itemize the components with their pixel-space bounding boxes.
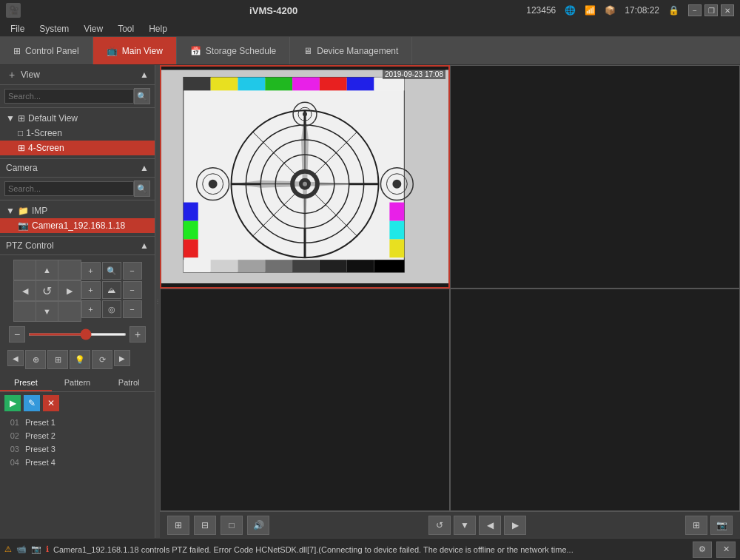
svg-point-31 — [392, 180, 401, 189]
ptz-focus-icon: ⛰ — [102, 281, 121, 299]
vc-stop-button[interactable]: □ — [221, 516, 243, 535]
speed-min-button[interactable]: − — [9, 326, 25, 343]
ptz-func-expand[interactable]: ⊞ — [47, 350, 68, 369]
vc-capture-button[interactable]: 📷 — [710, 516, 733, 535]
preset-item-2[interactable]: 02 Preset 2 — [0, 429, 155, 442]
ptz-nav-next[interactable]: ▶ — [114, 350, 130, 366]
preset-item-3[interactable]: 03 Preset 3 — [0, 442, 155, 456]
camera-header-left: Camera — [6, 163, 38, 173]
tab-preset[interactable]: Preset — [0, 375, 52, 391]
preset-delete-button[interactable]: ✕ — [43, 395, 59, 411]
menu-tool[interactable]: Tool — [110, 22, 141, 36]
vc-fullscreen-button[interactable]: ⊞ — [685, 516, 707, 535]
vc-refresh-button[interactable]: ↺ — [428, 516, 451, 535]
preset-item-1[interactable]: 01 Preset 1 — [0, 416, 155, 429]
menu-help[interactable]: Help — [141, 22, 175, 36]
preset-play-button[interactable]: ▶ — [4, 395, 21, 411]
camera-tree: ▼ 📁 IMP 📷 Camera1_192.168.1.18 — [0, 200, 155, 236]
default-view-label: Default View — [28, 113, 78, 124]
ptz-func-wiper[interactable]: ⟳ — [92, 350, 112, 369]
ptz-nav-prev[interactable]: ◀ — [7, 350, 24, 366]
ptz-upleft[interactable] — [13, 260, 37, 280]
speed-max-button[interactable]: + — [130, 326, 146, 343]
vc-refresh-dropdown[interactable]: ▼ — [454, 516, 476, 535]
camera-section-label: Camera — [6, 163, 38, 173]
tab-device-management[interactable]: 🖥 Device Management — [290, 37, 412, 64]
ptz-section-header[interactable]: PTZ Control ▲ — [0, 237, 155, 255]
ptz-up[interactable]: ▲ — [36, 260, 59, 280]
default-view-icon: ⊞ — [18, 113, 25, 124]
tree-item-4screen[interactable]: ⊞ 4-Screen — [0, 141, 155, 155]
menu-system[interactable]: System — [32, 22, 76, 36]
tab-pattern[interactable]: Pattern — [52, 375, 104, 391]
minimize-button[interactable]: − — [688, 4, 702, 16]
restore-button[interactable]: ❐ — [704, 4, 718, 16]
ptz-iris-in-btn[interactable]: + — [81, 300, 101, 318]
ptz-controls: ▲ ◀ ↺ ▶ ▼ + 🔍 − — [0, 255, 155, 375]
rar-icon: 📦 — [605, 5, 616, 16]
ptz-downleft[interactable] — [13, 301, 37, 322]
menu-view[interactable]: View — [76, 22, 110, 36]
svg-rect-42 — [374, 260, 405, 272]
view-search-input[interactable] — [4, 89, 134, 104]
view-section-header[interactable]: + View ▲ — [0, 65, 155, 85]
speed-slider[interactable] — [28, 333, 127, 336]
menu-file[interactable]: File — [3, 22, 32, 36]
preset-item-4[interactable]: 04 Preset 4 — [0, 456, 155, 469]
ptz-zoom-icon: 🔍 — [102, 262, 121, 280]
svg-rect-3 — [211, 77, 238, 90]
camera-section-header[interactable]: Camera ▲ — [0, 159, 155, 178]
ptz-focus-in-btn[interactable]: + — [81, 281, 101, 299]
status-settings-button[interactable]: ⚙ — [693, 542, 712, 558]
view-add-button[interactable]: + — [6, 69, 18, 81]
status-icon3: 📷 — [31, 544, 41, 554]
status-icon4: ℹ — [46, 544, 49, 554]
tab-control-panel[interactable]: ⊞ Control Panel — [0, 37, 93, 64]
tab-main-view[interactable]: 📺 Main View — [93, 37, 177, 64]
expand-icon-imp: ▼ — [6, 206, 15, 216]
camera-search-input[interactable] — [4, 181, 134, 196]
ptz-zoom-in-btn[interactable]: + — [81, 262, 101, 280]
video-cell-topleft[interactable]: 2019-09-23 17:08 — [160, 65, 450, 289]
video-image-topleft: 2019-09-23 17:08 — [161, 67, 448, 287]
video-cell-bottomleft[interactable] — [160, 289, 450, 512]
lock-icon: 🔒 — [668, 5, 679, 16]
ptz-func-crosshair[interactable]: ⊕ — [25, 350, 46, 369]
tree-item-1screen[interactable]: □ 1-Screen — [0, 126, 155, 141]
view-search-button[interactable]: 🔍 — [134, 88, 150, 104]
left-panel: + View ▲ 🔍 ▼ ⊞ Default View □ 1-Screen ⊞… — [0, 65, 155, 538]
vc-audio-button[interactable]: 🔊 — [247, 516, 269, 535]
status-close-button[interactable]: ✕ — [716, 542, 736, 558]
ptz-center[interactable]: ↺ — [36, 280, 59, 301]
vc-grid-button[interactable]: ⊞ — [167, 516, 189, 535]
close-button[interactable]: ✕ — [721, 4, 734, 16]
tree-item-default-view[interactable]: ▼ ⊞ Default View — [0, 111, 155, 126]
tab-main-view-label: Main View — [122, 46, 163, 56]
ptz-focus-out-btn[interactable]: − — [123, 281, 142, 299]
titlebar-center: iVMS-4200 — [249, 5, 297, 16]
4screen-icon: ⊞ — [18, 143, 25, 153]
preset-edit-button[interactable]: ✎ — [24, 395, 40, 411]
tree-item-camera1[interactable]: 📷 Camera1_192.168.1.18 — [0, 218, 155, 233]
ptz-down[interactable]: ▼ — [36, 301, 59, 322]
video-cell-bottomright[interactable] — [450, 289, 740, 512]
device-management-icon: 🖥 — [303, 46, 312, 56]
ptz-downright[interactable] — [58, 301, 81, 322]
tab-patrol[interactable]: Patrol — [103, 375, 155, 391]
ptz-iris-out-btn[interactable]: − — [123, 300, 142, 318]
ptz-right[interactable]: ▶ — [58, 280, 81, 301]
ptz-zoom-out-btn[interactable]: − — [123, 262, 142, 280]
vc-prev-button[interactable]: ◀ — [479, 516, 501, 535]
window-controls[interactable]: − ❐ ✕ — [688, 4, 734, 16]
svg-rect-48 — [389, 203, 404, 221]
ptz-left[interactable]: ◀ — [13, 280, 37, 301]
tree-item-imp[interactable]: ▼ 📁 IMP — [0, 203, 155, 218]
vc-next-button[interactable]: ▶ — [504, 516, 526, 535]
ptz-iris-icon: ◎ — [102, 300, 121, 318]
tab-storage-schedule[interactable]: 📅 Storage Schedule — [177, 37, 290, 64]
video-cell-topright[interactable] — [450, 65, 740, 289]
ptz-upright[interactable] — [58, 260, 81, 280]
ptz-func-light[interactable]: 💡 — [70, 350, 90, 369]
camera-search-button[interactable]: 🔍 — [134, 181, 150, 197]
vc-split-button[interactable]: ⊟ — [194, 516, 216, 535]
